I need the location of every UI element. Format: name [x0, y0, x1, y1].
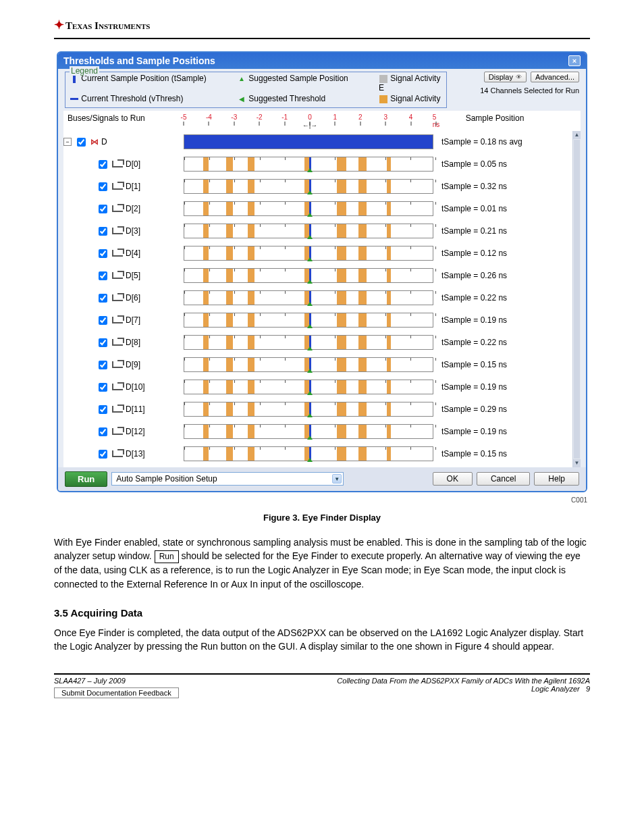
signal-row[interactable]: D[13]	[63, 448, 184, 461]
ti-logo: ✦Texas Instruments	[54, 19, 590, 32]
signal-row[interactable]: D[4]	[63, 247, 184, 260]
waveform-cell[interactable]	[184, 446, 433, 461]
signal-row[interactable]: D[0]	[63, 158, 184, 171]
ok-button[interactable]: OK	[433, 472, 473, 486]
figure-code: C001	[57, 496, 587, 504]
waveform-cell[interactable]	[184, 424, 433, 439]
row-checkbox[interactable]	[99, 316, 107, 325]
row-checkbox[interactable]	[99, 205, 107, 213]
cancel-button[interactable]: Cancel	[477, 472, 530, 486]
signal-icon	[112, 384, 123, 390]
row-checkbox[interactable]	[99, 249, 107, 258]
help-button[interactable]: Help	[534, 472, 579, 486]
signal-name: D[10]	[126, 382, 145, 392]
signal-row[interactable]: D[5]	[63, 269, 184, 282]
legend-orangebox-icon	[379, 95, 387, 103]
waveform-cell[interactable]	[184, 290, 433, 305]
signal-grid: Buses/Signals to Run -5-4-3-2-1012345 ns…	[63, 111, 581, 467]
chevron-down-icon[interactable]: ▼	[332, 474, 342, 484]
legend-greentri-left-icon: ◀	[237, 95, 246, 103]
waveform-cell[interactable]	[184, 402, 433, 417]
waveform-parent[interactable]	[184, 134, 433, 149]
signal-name: D[2]	[126, 204, 140, 213]
waveform-cell[interactable]	[184, 157, 433, 172]
row-checkbox[interactable]	[99, 160, 107, 169]
signal-name: D[5]	[126, 271, 140, 280]
feedback-link[interactable]: Submit Documentation Feedback	[54, 687, 179, 698]
row-checkbox[interactable]	[99, 427, 107, 436]
signal-name: D	[101, 137, 107, 147]
sample-value: tSample = 0.05 ns	[436, 159, 572, 169]
inline-run-button: Run	[155, 550, 179, 563]
row-checkbox[interactable]	[99, 361, 107, 369]
signal-name: D[7]	[126, 315, 140, 325]
bus-icon: ⋈	[90, 137, 99, 147]
row-checkbox[interactable]	[99, 405, 107, 414]
waveform-cell[interactable]	[184, 335, 433, 350]
row-checkbox[interactable]	[99, 338, 107, 347]
waveform-cell[interactable]	[184, 357, 433, 372]
row-checkbox[interactable]	[99, 383, 107, 392]
legend-current-thresh: Current Threshold (vThresh)	[81, 94, 183, 103]
waveform-cell[interactable]	[184, 268, 433, 283]
signal-row[interactable]: D[6]	[63, 292, 184, 305]
signal-icon	[112, 428, 123, 435]
row-checkbox[interactable]	[99, 450, 107, 459]
brand-name: Texas Instruments	[65, 20, 150, 31]
signal-row[interactable]: D[7]	[63, 314, 184, 327]
footer-right-2: Logic Analyzer	[531, 685, 580, 693]
row-checkbox[interactable]	[99, 182, 107, 191]
sample-value: tSample = 0.26 ns	[436, 271, 572, 280]
waveform-cell[interactable]	[184, 224, 433, 238]
waveform-cell[interactable]	[184, 246, 433, 261]
legend-suggested-sample: Suggested Sample Position	[248, 74, 348, 83]
signal-name: D[0]	[126, 159, 140, 169]
footer-left-1: SLAA427 – July 2009	[54, 677, 179, 685]
run-button[interactable]: Run	[65, 471, 107, 487]
advanced-button[interactable]: Advanced...	[531, 72, 579, 82]
sample-value: tSample = 0.12 ns	[436, 249, 572, 258]
auto-sample-combo[interactable]: Auto Sample Position Setup ▼	[111, 472, 344, 486]
sample-value: tSample = 0.01 ns	[436, 204, 572, 213]
sample-value: tSample = 0.19 ns	[436, 382, 572, 392]
row-checkbox[interactable]	[77, 138, 86, 147]
signal-row[interactable]: D[10]	[63, 381, 184, 394]
signal-row-parent[interactable]: − ⋈ D	[63, 136, 184, 149]
window-footer: Run Auto Sample Position Setup ▼ OK Canc…	[58, 467, 586, 491]
signal-row[interactable]: D[2]	[63, 203, 184, 215]
header-rule	[54, 38, 590, 39]
signal-row[interactable]: D[12]	[63, 425, 184, 438]
collapse-icon[interactable]: −	[63, 138, 72, 146]
display-button[interactable]: Display 👁	[484, 72, 527, 82]
scroll-up-icon[interactable]: ▲	[573, 131, 581, 139]
row-checkbox[interactable]	[99, 294, 107, 303]
sample-value: tSample = 0.19 ns	[436, 315, 572, 325]
signal-row[interactable]: D[3]	[63, 225, 184, 238]
sample-value: tSample = 0.22 ns	[436, 338, 572, 347]
signal-row[interactable]: D[9]	[63, 359, 184, 371]
close-icon[interactable]: ×	[568, 55, 581, 66]
signal-name: D[6]	[126, 293, 140, 303]
vertical-scrollbar[interactable]: ▲ ▼	[572, 131, 581, 467]
scroll-thumb[interactable]	[574, 140, 580, 459]
signal-row[interactable]: D[1]	[63, 180, 184, 193]
scroll-down-icon[interactable]: ▼	[573, 459, 581, 467]
waveform-cell[interactable]	[184, 313, 433, 328]
signal-icon	[112, 272, 123, 279]
legend-box: Legend Current Sample Position (tSample)…	[65, 72, 447, 108]
signal-row[interactable]: D[11]	[63, 403, 184, 416]
signal-row[interactable]: D[8]	[63, 336, 184, 349]
legend-bluebar-icon	[73, 75, 76, 83]
signal-name: D[12]	[126, 427, 145, 436]
row-checkbox[interactable]	[99, 227, 107, 236]
signal-icon	[112, 205, 123, 212]
col-header-sample-position: Sample Position	[436, 113, 572, 128]
time-axis: -5-4-3-2-1012345 ns←|→	[184, 113, 436, 128]
signal-icon	[112, 294, 123, 301]
row-checkbox[interactable]	[99, 271, 107, 280]
signal-icon	[112, 183, 123, 190]
waveform-cell[interactable]	[184, 380, 433, 394]
waveform-cell[interactable]	[184, 179, 433, 194]
waveform-cell[interactable]	[184, 201, 433, 216]
legend-title: Legend	[70, 66, 99, 76]
